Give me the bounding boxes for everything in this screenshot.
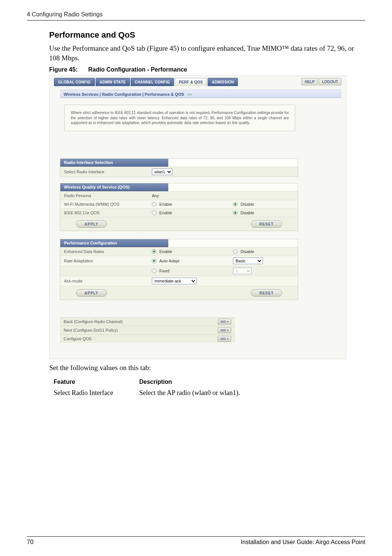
ack-mode-select[interactable]: immediate-ack bbox=[152, 278, 197, 284]
tab-admin-state[interactable]: ADMIN STATE bbox=[96, 78, 130, 86]
breadcrumb: Wireless Services | Radio Configuration … bbox=[60, 90, 341, 98]
panel-header: Radio Interface Selection bbox=[60, 159, 168, 167]
row-label: Rate Adaptation bbox=[60, 257, 150, 265]
row-label: Enhanced Data Rates bbox=[60, 247, 150, 256]
radio-label: Enable bbox=[159, 202, 172, 206]
figure-number: Figure 45: bbox=[49, 66, 77, 73]
table-header-feature: Feature bbox=[54, 379, 139, 385]
row-label: Ack-mode bbox=[60, 277, 150, 285]
radio-label: Disable bbox=[240, 211, 254, 215]
radio-fixed[interactable] bbox=[152, 269, 156, 273]
radio-enable[interactable] bbox=[152, 249, 156, 254]
section-intro: Use the Performance and QoS tab (Figure … bbox=[49, 44, 365, 63]
description-box: Where strict adherence to IEEE 802.11 st… bbox=[64, 105, 295, 131]
feature-table: Feature Description Select Radio Interfa… bbox=[54, 379, 365, 397]
panel-radio-selection: Radio Interface Selection Select Radio I… bbox=[60, 158, 298, 177]
nav-row: Back (Configure Radio Channel) GO » bbox=[60, 317, 235, 326]
nav-links: Back (Configure Radio Channel) GO » Next… bbox=[60, 317, 235, 343]
row-label bbox=[60, 269, 150, 273]
breadcrumb-text: Wireless Services | Radio Configuration … bbox=[64, 92, 184, 97]
nav-row: Next (Configure Dot11 Policy) GO » bbox=[60, 326, 235, 334]
radio-interface-select[interactable]: wlan1 bbox=[152, 168, 172, 175]
reset-button[interactable]: RESET bbox=[251, 289, 282, 297]
tab-perf-qos[interactable]: PERF & QOS bbox=[175, 78, 207, 86]
go-button[interactable]: GO » bbox=[218, 336, 231, 342]
row-label: Radio Persona bbox=[60, 192, 150, 200]
radio-disable[interactable] bbox=[233, 202, 238, 206]
table-header-description: Description bbox=[139, 379, 172, 385]
radio-disable[interactable] bbox=[233, 211, 238, 215]
footer-title: Installation and User Guide: Airgo Acces… bbox=[241, 539, 365, 546]
panel-performance: Performance Configuration Enhanced Data … bbox=[60, 239, 298, 300]
radio-auto-adapt[interactable] bbox=[152, 259, 156, 263]
panel-qos: Wireless Quality of Service (QOS) Radio … bbox=[60, 183, 298, 231]
apply-button[interactable]: APPLY bbox=[76, 289, 107, 297]
after-figure-text: Set the following values on this tab: bbox=[49, 364, 365, 372]
section-title: Performance and QoS bbox=[49, 30, 365, 40]
radio-label: Auto Adapt bbox=[159, 259, 179, 263]
figure-title: Radio Configuration - Performance bbox=[88, 66, 187, 73]
chevron-icon: >> bbox=[187, 92, 192, 97]
panel-header: Performance Configuration bbox=[60, 239, 168, 247]
radio-enable[interactable] bbox=[152, 211, 156, 215]
radio-label: Enable bbox=[159, 249, 172, 254]
go-button[interactable]: GO » bbox=[218, 327, 231, 333]
rate-basic-select[interactable]: Basic bbox=[233, 258, 263, 264]
table-cell-description: Select the AP radio (wlan0 or wlan1). bbox=[139, 389, 240, 397]
radio-label: Disable bbox=[240, 249, 254, 254]
header-rule bbox=[27, 20, 365, 20]
page-number: 70 bbox=[27, 539, 34, 546]
logout-button[interactable]: LOGOUT bbox=[319, 78, 341, 85]
nav-label: Back (Configure Radio Channel) bbox=[64, 319, 218, 324]
radio-disable[interactable] bbox=[233, 249, 238, 254]
page-footer: 70 Installation and User Guide: Airgo Ac… bbox=[27, 536, 365, 546]
nav-row: Configure QOS GO » bbox=[60, 334, 235, 343]
apply-button[interactable]: APPLY bbox=[76, 220, 107, 228]
help-button[interactable]: HELP bbox=[302, 78, 318, 85]
row-value: Any bbox=[150, 192, 298, 199]
go-button[interactable]: GO » bbox=[218, 319, 231, 325]
panel-header: Wireless Quality of Service (QOS) bbox=[60, 183, 168, 191]
radio-label: Fixed bbox=[159, 269, 169, 273]
tab-global-config[interactable]: GLOBAL CONFIG bbox=[54, 78, 95, 86]
row-label: Select Radio Interface bbox=[60, 168, 150, 176]
tab-admission[interactable]: ADMISSION bbox=[208, 78, 238, 86]
radio-enable[interactable] bbox=[152, 202, 156, 206]
figure-caption: Figure 45: Radio Configuration - Perform… bbox=[49, 66, 365, 73]
table-row: Select Radio Interface Select the AP rad… bbox=[54, 389, 365, 397]
nav-label: Next (Configure Dot11 Policy) bbox=[64, 328, 218, 332]
radio-label: Disable bbox=[240, 202, 254, 206]
table-cell-feature: Select Radio Interface bbox=[54, 389, 139, 397]
row-label: IEEE 802.11e QOS bbox=[60, 209, 150, 217]
chapter-header: 4 Configuring Radio Settings bbox=[27, 11, 103, 18]
reset-button[interactable]: RESET bbox=[251, 220, 282, 228]
embedded-screenshot: GLOBAL CONFIG ADMIN STATE CHANNEL CONFIG… bbox=[49, 75, 346, 359]
tab-bar: GLOBAL CONFIG ADMIN STATE CHANNEL CONFIG… bbox=[54, 78, 341, 86]
nav-label: Configure QOS bbox=[64, 337, 218, 341]
tab-channel-config[interactable]: CHANNEL CONFIG bbox=[131, 78, 174, 86]
row-label: Wi-Fi Multimedia (WMM) QOS bbox=[60, 200, 150, 208]
rate-fixed-select: 1 bbox=[233, 268, 252, 274]
radio-label: Enable bbox=[159, 211, 172, 215]
